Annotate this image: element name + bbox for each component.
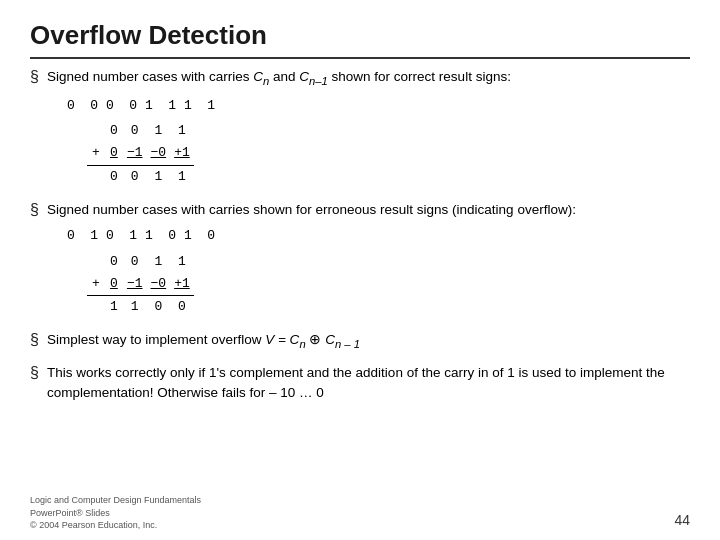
col: +1 bbox=[170, 142, 194, 165]
table-row: 1 1 0 0 bbox=[87, 295, 194, 318]
bullet-icon-1: § bbox=[30, 68, 39, 86]
col: 0 bbox=[170, 295, 194, 318]
col: 1 bbox=[123, 295, 147, 318]
bullet1-carries: 0 0 0 0 1 1 1 1 bbox=[67, 96, 511, 117]
sign bbox=[87, 165, 105, 188]
bullet3-text-before: Simplest way to implement overflow bbox=[47, 332, 265, 347]
sign bbox=[87, 120, 105, 142]
col: 0 bbox=[123, 251, 147, 273]
col: 1 bbox=[147, 165, 171, 188]
sign bbox=[87, 295, 105, 318]
col: 0 bbox=[105, 273, 123, 296]
col: 1 bbox=[170, 251, 194, 273]
col: 0 bbox=[123, 120, 147, 142]
bullet4-text: This works correctly only if 1's complem… bbox=[47, 365, 665, 400]
footer-line2: PowerPoint® Slides bbox=[30, 507, 201, 520]
slide-content: § Signed number cases with carries Cn an… bbox=[30, 67, 690, 403]
bullet-text-2: Signed number cases with carries shown f… bbox=[47, 200, 576, 320]
table-row: 0 0 1 1 bbox=[87, 251, 194, 273]
table-row: 0 0 1 1 bbox=[87, 165, 194, 188]
col: 0 bbox=[105, 165, 123, 188]
col: 0 bbox=[105, 142, 123, 165]
bullet-text-4: This works correctly only if 1's complem… bbox=[47, 363, 690, 404]
bullet-3: § Simplest way to implement overflow V =… bbox=[30, 330, 690, 353]
col: −0 bbox=[147, 273, 171, 296]
col: 0 bbox=[123, 165, 147, 188]
bullet1-cn1: Cn–1 bbox=[299, 69, 328, 84]
page-number: 44 bbox=[674, 512, 690, 528]
bullet2-arithmetic: 0 0 1 1 + 0 −1 −0 +1 1 bbox=[87, 251, 194, 318]
col: −1 bbox=[123, 273, 147, 296]
sign bbox=[87, 251, 105, 273]
table-row: + 0 −1 −0 +1 bbox=[87, 273, 194, 296]
table-row: 0 0 1 1 bbox=[87, 120, 194, 142]
col: 1 bbox=[105, 295, 123, 318]
bullet1-cn1-sub: n–1 bbox=[309, 75, 328, 87]
col: 1 bbox=[170, 120, 194, 142]
bullet2-carries-row: 0 1 0 1 1 0 1 0 bbox=[67, 228, 215, 243]
sign: + bbox=[87, 142, 105, 165]
bullet-1: § Signed number cases with carries Cn an… bbox=[30, 67, 690, 190]
bullet2-carries: 0 1 0 1 1 0 1 0 bbox=[67, 226, 576, 247]
sign: + bbox=[87, 273, 105, 296]
slide-title: Overflow Detection bbox=[30, 20, 690, 59]
footer-line1: Logic and Computer Design Fundamentals bbox=[30, 494, 201, 507]
bullet-icon-3: § bbox=[30, 331, 39, 349]
col: 0 bbox=[147, 295, 171, 318]
bullet1-cn: Cn bbox=[253, 69, 269, 84]
bullet3-cn1: Cn – 1 bbox=[325, 332, 360, 347]
bullet1-text-after: shown for correct result signs: bbox=[328, 69, 511, 84]
bullet1-text-before: Signed number cases with carries bbox=[47, 69, 253, 84]
col: +1 bbox=[170, 273, 194, 296]
col: −1 bbox=[123, 142, 147, 165]
col: 1 bbox=[147, 251, 171, 273]
col: 1 bbox=[147, 120, 171, 142]
col: 0 bbox=[105, 251, 123, 273]
bullet1-carries-row: 0 0 0 0 1 1 1 1 bbox=[67, 98, 215, 113]
bullet-icon-4: § bbox=[30, 364, 39, 382]
bullet3-cn1-sub: n – 1 bbox=[335, 338, 360, 350]
bullet3-eq: V = Cn bbox=[265, 332, 305, 347]
bullet1-arithmetic: 0 0 1 1 + 0 −1 −0 +1 0 bbox=[87, 120, 194, 187]
slide-footer: Logic and Computer Design Fundamentals P… bbox=[30, 494, 201, 532]
bullet-2: § Signed number cases with carries shown… bbox=[30, 200, 690, 320]
slide: Overflow Detection § Signed number cases… bbox=[0, 0, 720, 540]
col: −0 bbox=[147, 142, 171, 165]
footer-line3: © 2004 Pearson Education, Inc. bbox=[30, 519, 201, 532]
bullet-icon-2: § bbox=[30, 201, 39, 219]
bullet-text-1: Signed number cases with carries Cn and … bbox=[47, 67, 511, 190]
col: 0 bbox=[105, 120, 123, 142]
bullet3-oplus: ⊕ bbox=[306, 332, 326, 347]
col: 1 bbox=[170, 165, 194, 188]
bullet2-text: Signed number cases with carries shown f… bbox=[47, 202, 576, 217]
bullet1-text-mid: and bbox=[269, 69, 299, 84]
table-row: + 0 −1 −0 +1 bbox=[87, 142, 194, 165]
bullet-text-3: Simplest way to implement overflow V = C… bbox=[47, 330, 360, 353]
bullet-4: § This works correctly only if 1's compl… bbox=[30, 363, 690, 404]
